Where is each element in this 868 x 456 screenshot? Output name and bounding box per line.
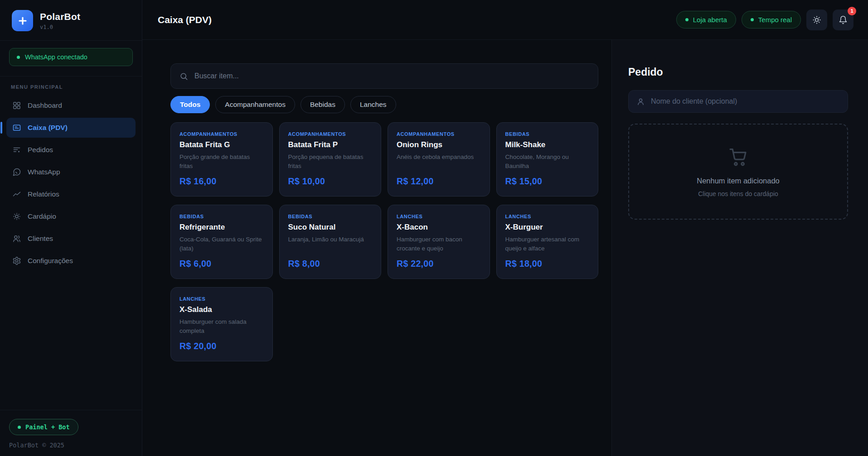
whatsapp-status-badge: WhatsApp conectado [9,48,133,66]
product-category: ACOMPANHAMENTOS [397,131,481,137]
sidebar-item-dashboard[interactable]: Dashboard [6,96,136,115]
product-name: X-Burguer [505,223,590,232]
realtime-badge: Tempo real [742,11,801,29]
product-name: Refrigerante [179,223,264,232]
product-description: Chocolate, Morango ou Baunilha [505,153,590,170]
product-name: Batata Frita P [288,140,373,149]
category-filters: Todos Acompanhamentos Bebidas Lanches [170,96,598,113]
sidebar-item-label: Configurações [28,257,73,265]
sidebar-item-label: Dashboard [28,101,62,110]
sun-icon [812,15,821,24]
filter-chip[interactable]: Lanches [350,96,396,113]
product-card[interactable]: LANCHES X-Salada Hamburguer com salada c… [170,287,273,361]
realtime-label: Tempo real [758,16,792,24]
product-card[interactable]: BEBIDAS Suco Natural Laranja, Limão ou M… [279,205,382,279]
product-price: R$ 16,00 [179,176,264,187]
sidebar-item-configuracoes[interactable]: Configurações [6,251,136,271]
green-dot-icon [751,18,754,21]
product-price: R$ 10,00 [288,176,373,187]
product-price: R$ 12,00 [397,176,481,187]
product-card[interactable]: LANCHES X-Bacon Hamburguer com bacon cro… [388,205,490,279]
product-name: X-Bacon [397,223,481,232]
product-category: LANCHES [179,296,264,302]
product-card[interactable]: BEBIDAS Milk-Shake Chocolate, Morango ou… [496,122,599,197]
product-category: LANCHES [397,214,481,219]
product-category: BEBIDAS [179,214,264,219]
sidebar-item-label: Clientes [28,235,53,243]
header-actions: Loja aberta Tempo real 1 [676,10,853,30]
product-category: BEBIDAS [505,131,590,137]
chat-bubble-icon [12,168,21,177]
product-grid: ACOMPANHAMENTOS Batata Frita G Porção gr… [170,122,598,361]
content-row: Todos Acompanhamentos Bebidas Lanches AC… [142,40,868,456]
empty-cart-subtitle: Clique nos itens do cardápio [698,190,778,197]
product-card[interactable]: LANCHES X-Burguer Hamburguer artesanal c… [496,205,599,279]
painel-bot-badge: Painel + Bot [9,419,78,435]
sidebar-item-relatorios[interactable]: Relatórios [6,184,136,204]
sidebar-item-caixa-pdv[interactable]: Caixa (PDV) [6,118,136,138]
painel-bot-label: Painel + Bot [25,423,70,431]
filter-chip-label: Todos [180,101,200,108]
product-name: Onion Rings [397,140,481,149]
bell-icon [839,15,848,24]
store-open-badge: Loja aberta [676,11,736,29]
green-dot-icon [18,426,21,429]
theme-toggle-button[interactable] [806,10,827,30]
order-panel: Pedido Nenhum item adicionado Clique nos… [611,40,868,456]
product-name: Suco Natural [288,223,373,232]
product-description: Laranja, Limão ou Maracujá [288,235,373,253]
product-card[interactable]: BEBIDAS Refrigerante Coca-Cola, Guaraná … [170,205,273,279]
filter-chip[interactable]: Todos [170,96,210,113]
empty-cart-title: Nenhum item adicionado [697,177,780,185]
sidebar-item-whatsapp[interactable]: WhatsApp [6,162,136,182]
filter-chip[interactable]: Acompanhamentos [215,96,295,113]
copyright: PolarBot © 2025 [9,442,133,449]
menu-section-label: MENU PRINCIPAL [6,84,136,90]
whatsapp-status-label: WhatsApp conectado [25,53,87,61]
sidebar-item-cardapio[interactable]: Cardápio [6,206,136,226]
product-price: R$ 15,00 [505,176,590,187]
product-category: ACOMPANHAMENTOS [179,131,264,137]
sidebar-item-label: Caixa (PDV) [28,124,68,132]
notification-count-badge: 1 [848,7,856,15]
notifications-button[interactable]: 1 [833,10,853,30]
plus-icon [17,15,28,26]
customer-name-input[interactable] [651,97,840,106]
product-description: Coca-Cola, Guaraná ou Sprite (lata) [179,235,264,253]
sidebar-item-label: Cardápio [28,212,56,221]
product-category: LANCHES [505,214,590,219]
orders-list-icon [12,145,21,154]
sidebar-item-pedidos[interactable]: Pedidos [6,140,136,160]
product-card[interactable]: ACOMPANHAMENTOS Batata Frita G Porção gr… [170,122,273,197]
product-card[interactable]: ACOMPANHAMENTOS Batata Frita P Porção pe… [279,122,382,197]
product-category: ACOMPANHAMENTOS [288,131,373,137]
product-price: R$ 6,00 [179,259,264,269]
product-price: R$ 20,00 [179,341,264,351]
empty-cart-state: Nenhum item adicionado Clique nos itens … [628,124,848,220]
catalog-section: Todos Acompanhamentos Bebidas Lanches AC… [142,40,611,456]
product-card[interactable]: ACOMPANHAMENTOS Onion Rings Anéis de ceb… [388,122,490,197]
users-icon [12,234,21,243]
sidebar-footer: Painel + Bot PolarBot © 2025 [0,410,142,456]
search-input[interactable] [194,72,589,80]
product-category: BEBIDAS [288,214,373,219]
sidebar-item-label: WhatsApp [28,168,60,176]
green-dot-icon [17,56,20,59]
app-version: v1.0 [40,24,80,30]
whatsapp-status-section: WhatsApp conectado [0,41,142,77]
product-name: X-Salada [179,305,264,314]
filter-chip-label: Bebidas [310,101,335,108]
green-dot-icon [685,18,689,21]
order-panel-title: Pedido [628,66,848,78]
product-price: R$ 22,00 [397,259,481,269]
app-logo [12,10,33,31]
sun-sparkle-icon [12,212,21,221]
gear-icon [12,256,21,265]
filter-chip[interactable]: Bebidas [301,96,345,113]
sidebar-item-clientes[interactable]: Clientes [6,229,136,249]
search-icon [179,72,188,81]
trend-line-icon [12,190,21,199]
filter-chip-label: Acompanhamentos [225,101,286,108]
product-description: Hamburguer com salada completa [179,317,264,335]
search-bar [170,63,598,89]
